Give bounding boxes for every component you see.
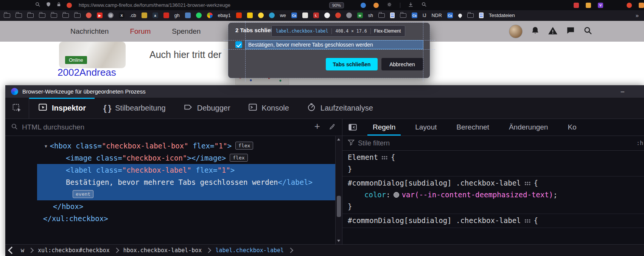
markup-scrollbar[interactable] bbox=[335, 136, 342, 244]
gear-icon[interactable] bbox=[386, 2, 392, 9]
rule-selector[interactable]: Element bbox=[348, 153, 378, 161]
markup-line[interactable]: </hbox> bbox=[5, 200, 342, 212]
bookmark-favicon[interactable] bbox=[196, 12, 202, 18]
bookmark-folder-icon[interactable] bbox=[378, 13, 385, 18]
sidebar-tab-regeln[interactable]: Regeln bbox=[363, 119, 405, 136]
bookmark-item[interactable]: IJ bbox=[423, 13, 426, 18]
sidebar-tab-ko[interactable]: Ko bbox=[558, 119, 586, 136]
bookmark-favicon[interactable]: Ca bbox=[412, 12, 417, 18]
nav-item-nachrichten[interactable]: Nachrichten bbox=[70, 27, 109, 36]
rule-options-icon[interactable] bbox=[524, 181, 530, 186]
scrollbar-thumb[interactable] bbox=[337, 196, 341, 217]
bookmark-favicon[interactable] bbox=[269, 12, 275, 18]
bookmark-favicon[interactable] bbox=[247, 12, 253, 18]
breadcrumb-scroll-left-icon[interactable] bbox=[8, 247, 16, 254]
shield-icon[interactable] bbox=[46, 2, 51, 9]
bookmark-favicon[interactable]: @ bbox=[108, 12, 114, 18]
bookmark-favicon[interactable] bbox=[324, 12, 330, 18]
confirm-checkbox[interactable] bbox=[235, 41, 242, 48]
rule-options-icon[interactable] bbox=[381, 156, 387, 160]
bookmark-document-icon[interactable] bbox=[390, 12, 395, 18]
bookmark-folder-icon[interactable] bbox=[62, 13, 69, 18]
bookmark-document-icon[interactable] bbox=[479, 12, 484, 18]
extension-icon[interactable] bbox=[373, 3, 379, 8]
pseudo-class-toggle[interactable]: :h bbox=[636, 140, 643, 147]
flex-badge[interactable]: flex bbox=[230, 154, 247, 162]
bookmark-pin-icon[interactable] bbox=[457, 12, 463, 18]
extension-icon[interactable] bbox=[627, 3, 632, 8]
bookmark-favicon[interactable] bbox=[185, 12, 191, 18]
bookmark-folder-icon[interactable] bbox=[27, 13, 34, 18]
user-avatar-image[interactable] bbox=[59, 42, 126, 68]
markup-line[interactable]: </xul:checkbox> bbox=[5, 212, 342, 225]
scroll-up-arrow[interactable] bbox=[337, 138, 340, 140]
search-icon[interactable] bbox=[583, 26, 593, 37]
bookmark-item[interactable]: ebay1 bbox=[218, 13, 231, 18]
add-new-node-button[interactable]: + bbox=[314, 120, 320, 132]
extension-icon[interactable]: V bbox=[598, 3, 603, 8]
color-swatch-icon[interactable] bbox=[394, 192, 399, 198]
bookmark-favicon[interactable] bbox=[335, 12, 341, 18]
sidebar-tab-berechnet[interactable]: Berechnet bbox=[446, 119, 499, 136]
lock-icon[interactable] bbox=[56, 2, 61, 9]
bookmark-favicon[interactable]: w bbox=[357, 12, 363, 18]
bookmark-favicon[interactable]: X bbox=[119, 12, 124, 18]
sidebar-tab-layout[interactable]: Layout bbox=[405, 119, 446, 136]
avatar[interactable] bbox=[509, 25, 523, 38]
bookmark-folder-icon[interactable] bbox=[16, 13, 22, 18]
scroll-down-arrow[interactable] bbox=[337, 240, 340, 242]
devtools-tab-laufzeitanalyse[interactable]: Laufzeitanalyse bbox=[298, 98, 382, 119]
breadcrumb-w[interactable]: w bbox=[21, 247, 24, 254]
search-icon[interactable] bbox=[35, 2, 40, 9]
pane-toggle-icon[interactable] bbox=[342, 119, 363, 136]
markup-line[interactable]: ▼<hbox class="checkbox-label-box" flex="… bbox=[5, 140, 342, 152]
html-search-box[interactable]: HTML durchsuchen + bbox=[5, 119, 342, 136]
bookmark-favicon[interactable] bbox=[163, 12, 169, 18]
bookmark-favicon[interactable] bbox=[302, 12, 308, 18]
bookmark-folder-icon[interactable] bbox=[39, 13, 45, 18]
extension-icon[interactable] bbox=[586, 3, 591, 8]
bookmark-folder-icon[interactable] bbox=[400, 13, 406, 18]
bookmark-folder-icon[interactable] bbox=[467, 13, 474, 18]
bookmark-favicon[interactable] bbox=[86, 12, 92, 18]
nav-item-spenden[interactable]: Spenden bbox=[172, 27, 201, 36]
bookmark-favicon[interactable] bbox=[346, 12, 352, 18]
url-field[interactable]: https://www.camp-firefox.de/forum/thema/… bbox=[79, 2, 325, 8]
devtools-tab-debugger[interactable]: Debugger bbox=[174, 98, 239, 119]
devtools-tab-stilbearbeitung[interactable]: { }Stilbearbeitung bbox=[95, 98, 174, 119]
bookmark-item[interactable]: we bbox=[280, 13, 286, 18]
breadcrumb-hbox-checkbox-label-box[interactable]: hbox.checkbox-label-box bbox=[123, 247, 202, 254]
username-link[interactable]: 2002Andreas bbox=[58, 67, 116, 78]
bookmark-favicon[interactable] bbox=[236, 12, 242, 18]
extension-icon[interactable] bbox=[67, 3, 72, 8]
flex-badge[interactable]: flex bbox=[235, 142, 253, 150]
nav-item-forum[interactable]: Forum bbox=[130, 27, 151, 36]
zoom-indicator[interactable]: 90% bbox=[329, 2, 344, 8]
markup-line[interactable]: <label class="checkbox-label" flex="1"> bbox=[5, 164, 342, 176]
devtools-tab-inspektor[interactable]: Inspektor bbox=[29, 98, 95, 119]
css-declaration[interactable]: color:var(--in-content-deemphasized-text… bbox=[348, 189, 644, 201]
cancel-button[interactable]: Abbrechen bbox=[381, 58, 423, 70]
sidebar-tab-änderungen[interactable]: Änderungen bbox=[499, 119, 558, 136]
rule-options-icon[interactable] bbox=[524, 219, 530, 223]
bookmark-favicon[interactable] bbox=[142, 12, 147, 18]
bookmark-item-testdateien[interactable]: Testdateien bbox=[489, 12, 515, 18]
extension-icon[interactable] bbox=[574, 3, 579, 8]
rule-selector[interactable]: #commonDialog[subdialog] .checkbox-label bbox=[348, 216, 521, 225]
warning-icon[interactable] bbox=[548, 26, 558, 37]
bookmark-favicon[interactable]: t. bbox=[313, 12, 319, 18]
bookmark-favicon[interactable] bbox=[258, 12, 264, 18]
bookmark-folder-icon[interactable] bbox=[74, 13, 81, 18]
style-filter-box[interactable]: Stile filtern :h bbox=[342, 136, 644, 151]
rule-selector[interactable]: #commonDialog[subdialog] .checkbox-label bbox=[348, 179, 521, 187]
breadcrumb-xul-checkbox-checkbox[interactable]: xul:checkbox#checkbox bbox=[38, 247, 110, 254]
element-picker-button[interactable] bbox=[5, 98, 29, 119]
bookmark-favicon[interactable]: Ca bbox=[447, 12, 453, 18]
chat-icon[interactable] bbox=[566, 26, 575, 37]
bookmark-item[interactable]: gh bbox=[174, 13, 180, 18]
breadcrumb-label-checkbox-label[interactable]: label.checkbox-label bbox=[215, 247, 284, 254]
bookmark-favicon[interactable] bbox=[207, 12, 213, 18]
markup-line[interactable]: Bestätigen, bevor mehrere Tabs geschloss… bbox=[5, 176, 342, 188]
bookmark-folder-icon[interactable] bbox=[4, 13, 10, 18]
devtools-tab-konsole[interactable]: Konsole bbox=[239, 98, 298, 119]
